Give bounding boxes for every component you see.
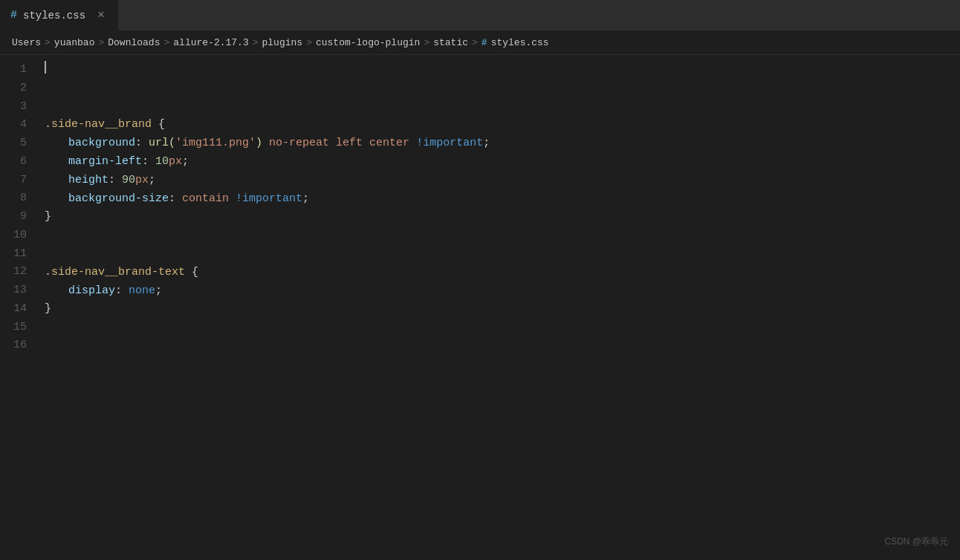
line-num-4: 4: [6, 116, 27, 134]
line-num-11: 11: [6, 245, 27, 264]
line-num-12: 12: [6, 263, 27, 281]
line-num-14: 14: [6, 300, 27, 319]
brace-close-2: }: [45, 300, 51, 319]
breadcrumb-sep-3: >: [163, 37, 169, 48]
line-num-6: 6: [6, 153, 27, 172]
breadcrumb: Users > yuanbao > Downloads > allure-2.1…: [0, 31, 960, 55]
breadcrumb-allure[interactable]: allure-2.17.3: [173, 37, 248, 48]
brace-open-2: {: [185, 264, 198, 282]
line-num-10: 10: [6, 227, 27, 245]
line-num-13: 13: [6, 281, 27, 300]
colon-13: :: [115, 282, 129, 301]
code-line-15: [45, 319, 960, 337]
selector-side-nav-brand-text: .side-nav__brand-text: [45, 264, 185, 282]
important-8: !important: [229, 190, 302, 209]
line-num-2: 2: [6, 79, 27, 98]
selector-side-nav-brand: .side-nav__brand: [45, 116, 152, 134]
line-num-7: 7: [6, 172, 27, 190]
url-close-5: ): [256, 134, 262, 153]
semi-8: ;: [302, 190, 309, 209]
watermark: CSDN @乖乖元: [884, 535, 948, 548]
prop-background-size: background-size: [68, 190, 169, 209]
tab-close-button[interactable]: ×: [94, 9, 108, 22]
semi-6: ;: [182, 153, 189, 172]
breadcrumb-custom-logo[interactable]: custom-logo-plugin: [316, 37, 420, 48]
prop-margin-left: margin-left: [68, 153, 142, 172]
breadcrumb-plugins[interactable]: plugins: [262, 37, 303, 48]
breadcrumb-static[interactable]: static: [433, 37, 468, 48]
line-num-8: 8: [6, 189, 27, 208]
code-line-13: display : none ;: [45, 282, 960, 301]
url-fn-5: url(: [149, 134, 175, 153]
code-line-11: [45, 245, 960, 264]
breadcrumb-sep-7: >: [472, 37, 478, 48]
line-num-3: 3: [6, 98, 27, 117]
value-contain: contain: [182, 190, 229, 209]
code-line-8: background-size : contain !important ;: [45, 190, 960, 209]
breadcrumb-filename: styles.css: [491, 37, 549, 48]
line-numbers: 1 2 3 4 5 6 7 8 9 10 11 12 13 14 15 16: [0, 55, 39, 560]
code-line-14: }: [45, 300, 960, 319]
breadcrumb-sep-1: >: [45, 37, 51, 48]
code-line-5: background : url('img111.png') no-repeat…: [45, 134, 960, 153]
line-num-5: 5: [6, 134, 27, 153]
brace-open-1: {: [152, 116, 165, 134]
important-5: !important: [409, 134, 483, 153]
code-line-2: [45, 79, 960, 98]
text-cursor: [45, 61, 46, 74]
colon-7: :: [108, 172, 122, 190]
prop-height: height: [68, 172, 108, 190]
code-line-4: .side-nav__brand {: [45, 116, 960, 134]
num-10: 10: [155, 153, 169, 172]
line-num-15: 15: [6, 319, 27, 337]
unit-px-7: px: [135, 172, 149, 190]
editor-area: 1 2 3 4 5 6 7 8 9 10 11 12 13 14 15 16 .…: [0, 55, 960, 560]
breadcrumb-downloads[interactable]: Downloads: [108, 37, 160, 48]
unit-px-6: px: [169, 153, 182, 172]
code-line-10: [45, 227, 960, 245]
kw-none: none: [129, 282, 155, 301]
line-num-1: 1: [6, 61, 27, 79]
code-line-12: .side-nav__brand-text {: [45, 264, 960, 282]
breadcrumb-sep-4: >: [253, 37, 259, 48]
tab-bar: # styles.css ×: [0, 0, 960, 31]
semi-13: ;: [155, 282, 162, 301]
code-line-7: height : 90 px ;: [45, 172, 960, 190]
code-line-16: [45, 337, 960, 356]
breadcrumb-users[interactable]: Users: [12, 37, 41, 48]
code-line-6: margin-left : 10 px ;: [45, 153, 960, 172]
code-line-1: [45, 61, 960, 79]
tab-styles-css[interactable]: # styles.css ×: [0, 0, 119, 31]
num-90: 90: [122, 172, 135, 190]
prop-background: background: [68, 134, 135, 153]
breadcrumb-sep-6: >: [424, 37, 429, 48]
breadcrumb-sep-5: >: [306, 37, 312, 48]
breadcrumb-current-file: # styles.css: [481, 37, 549, 48]
colon-8: :: [169, 190, 182, 209]
breadcrumb-sep-2: >: [98, 37, 104, 48]
line-num-16: 16: [6, 336, 27, 355]
colon-6: :: [142, 153, 155, 172]
tab-css-icon: #: [10, 9, 17, 22]
line-num-9: 9: [6, 208, 27, 227]
brace-close-1: }: [45, 208, 51, 227]
code-line-3: [45, 98, 960, 117]
semi-5: ;: [483, 134, 490, 153]
breadcrumb-hash-icon: #: [481, 37, 487, 48]
value-background-5: no-repeat left center: [262, 134, 409, 153]
code-line-9: }: [45, 208, 960, 227]
colon-5: :: [135, 134, 149, 153]
url-string-5: 'img111.png': [175, 134, 256, 153]
prop-display: display: [68, 282, 115, 301]
semi-7: ;: [149, 172, 155, 190]
breadcrumb-yuanbao[interactable]: yuanbao: [54, 37, 95, 48]
tab-filename: styles.css: [23, 10, 85, 22]
code-content[interactable]: .side-nav__brand { background : url('img…: [39, 55, 960, 560]
